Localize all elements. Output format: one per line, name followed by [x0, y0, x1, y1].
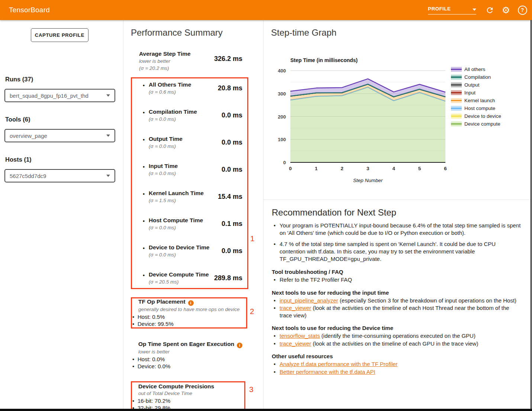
- x-tick-label: 0: [289, 166, 292, 171]
- legend-item: Device to device: [451, 114, 501, 119]
- info-icon[interactable]: i: [237, 343, 242, 348]
- metric-sigma: (σ = 20.5 ms): [149, 279, 179, 285]
- recommendation-section: Recommendation for Next Step •Your progr…: [264, 200, 531, 409]
- bullet: •: [143, 245, 145, 251]
- annotation-label-2: 2: [250, 307, 254, 316]
- window-bottom-edge: [0, 409, 532, 411]
- metric-value: 0.0 ms: [222, 111, 242, 119]
- tool-link[interactable]: trace_viewer: [280, 340, 311, 347]
- legend-swatch-output: [451, 82, 462, 87]
- bullet: •: [274, 297, 275, 304]
- x-tick-label: 3: [367, 166, 370, 171]
- sidebar: CAPTURE PROFILE Runs (37) bert_squad_8gp…: [0, 20, 123, 411]
- legend-item: Output: [451, 82, 501, 87]
- average-step-time-value: 326.2 ms: [214, 55, 242, 63]
- eager-execution-title: Op Time Spent on Eager Executioni: [138, 340, 254, 348]
- hosts-dropdown[interactable]: 5627c5dd7dc9: [4, 169, 115, 182]
- step-time-graph-title: Step-time Graph: [271, 27, 336, 38]
- legend-item: Kernel launch: [451, 98, 501, 103]
- legend-swatch-input: [451, 90, 462, 95]
- x-tick-label: 4: [392, 166, 395, 171]
- average-step-time-label: Average Step Time lower is better (σ = 2…: [139, 50, 191, 71]
- capture-profile-button[interactable]: CAPTURE PROFILE: [31, 28, 88, 42]
- legend-swatch-all-others: [451, 67, 462, 72]
- right-panel: Step-time Graph Step Time (in millisecon…: [263, 20, 532, 411]
- refresh-button[interactable]: [484, 5, 495, 15]
- recommendation-item: •Better performance with the tf.data API: [272, 368, 521, 376]
- chevron-down-icon: [106, 175, 110, 177]
- tool-link[interactable]: Better performance with the tf.data API: [280, 369, 375, 375]
- metric-label: Kernel Launch Time(σ = 1.5 ms): [149, 190, 204, 204]
- recommendation-bullet: •Your program is POTENTIALLY input-bound…: [272, 222, 521, 237]
- eager-execution-host: •Host: 0.0%: [131, 356, 254, 363]
- metric-value: 0.0 ms: [222, 166, 242, 174]
- item-text: (look at the activities on the timeline …: [311, 340, 478, 347]
- bullet: •: [143, 191, 145, 197]
- metric-label: Input Time(σ = 0.0 ms): [149, 162, 178, 177]
- app-bar: TensorBoard PROFILE ⚙ ?: [0, 0, 532, 20]
- chart-title: Step Time (in milliseconds): [290, 57, 358, 63]
- legend-item: Compilation: [451, 75, 501, 80]
- metric-value: 0.0 ms: [222, 139, 242, 146]
- tool-link[interactable]: Analyze tf.data performance with the TF …: [280, 361, 397, 367]
- bullet: •: [274, 222, 275, 229]
- legend-item: Input: [451, 90, 501, 95]
- tf-op-placement-text: TF Op Placement: [138, 298, 186, 305]
- recommendation-section-list: •Analyze tf.data performance with the TF…: [272, 360, 521, 375]
- bullet: •: [143, 164, 145, 170]
- tool-link[interactable]: tensorflow_stats: [280, 333, 320, 339]
- bullet: •: [274, 340, 275, 347]
- recommendation-title: Recommendation for Next Step: [272, 209, 521, 216]
- eager-execution-device: •Device: 0.0%: [131, 363, 254, 370]
- legend-label: Compilation: [464, 74, 491, 80]
- dashboard-selector-value: PROFILE: [428, 6, 451, 12]
- recommendation-section-list: •input_pipeline_analyzer (especially Sec…: [272, 297, 521, 319]
- item-text: (especially Section 3 for the breakdown …: [338, 297, 516, 304]
- legend-label: Host compute: [464, 106, 495, 111]
- legend-item: Device compute: [451, 122, 501, 126]
- metric-sigma: (σ = 1.5 ms): [149, 198, 176, 203]
- tf-op-placement-device: •Device: 99.5%: [131, 320, 254, 327]
- tool-link[interactable]: input_pipeline_analyzer: [280, 297, 338, 304]
- x-tick-label: 1: [315, 166, 318, 171]
- tools-dropdown[interactable]: overview_page: [4, 129, 115, 142]
- metric-sigma: (σ = 0.0 ms): [149, 171, 176, 176]
- tool-link[interactable]: trace_viewer: [280, 305, 311, 311]
- eager-execution-text: Op Time Spent on Eager Execution: [138, 341, 234, 347]
- settings-button[interactable]: ⚙: [501, 5, 511, 15]
- bullet: •: [274, 332, 275, 340]
- bullet: •: [143, 82, 145, 88]
- compute-precisions-title: Device Compute Precisions: [138, 383, 254, 390]
- metric-sigma: (σ = 0.0 ms): [149, 225, 176, 230]
- metric-row: •Device Compute Time(σ = 20.5 ms)289.8 m…: [123, 271, 263, 298]
- compute-precisions-16bit: •16-bit: 70.2%: [131, 397, 254, 404]
- runs-label: Runs (37): [5, 76, 33, 83]
- y-tick-label: 200: [278, 114, 286, 120]
- bullet: •: [274, 276, 275, 284]
- legend-swatch-device-compute: [451, 122, 462, 126]
- average-step-time-note: lower is better: [139, 58, 170, 64]
- help-icon: ?: [518, 6, 527, 15]
- legend-item: Host compute: [451, 106, 501, 111]
- dashboard-selector[interactable]: PROFILE: [428, 6, 476, 14]
- metric-value: 0.0 ms: [222, 247, 242, 255]
- hosts-dropdown-value: 5627c5dd7dc9: [10, 173, 46, 179]
- compute-precisions-section: Device Compute Precisions out of Total D…: [131, 383, 254, 411]
- legend-label: Device compute: [464, 121, 500, 127]
- bullet: •: [274, 240, 275, 248]
- recommendation-section-list: •tensorflow_stats (identify the time-con…: [272, 332, 521, 347]
- info-icon[interactable]: i: [188, 300, 194, 306]
- help-button[interactable]: ?: [517, 5, 528, 15]
- bullet: •: [274, 304, 275, 312]
- recommendation-bullets: •Your program is POTENTIALLY input-bound…: [272, 222, 521, 263]
- bullet: •: [274, 360, 275, 368]
- x-tick-label: 2: [341, 166, 344, 171]
- performance-summary-panel: Performance Summary Average Step Time lo…: [123, 20, 263, 411]
- area-device-compute: [290, 87, 445, 162]
- tf-op-placement-section: TF Op Placementi generally desired to ha…: [131, 298, 254, 327]
- runs-dropdown[interactable]: bert_squad_8gpu_fp16_pvt_thd: [4, 89, 115, 102]
- recommendation-item: •trace_viewer (look at the activities on…: [272, 340, 521, 347]
- tf-op-placement-title: TF Op Placementi: [138, 298, 254, 306]
- metric-sigma: (σ = 0.0 ms): [149, 116, 176, 122]
- tf-op-placement-host: •Host: 0.5%: [131, 313, 254, 320]
